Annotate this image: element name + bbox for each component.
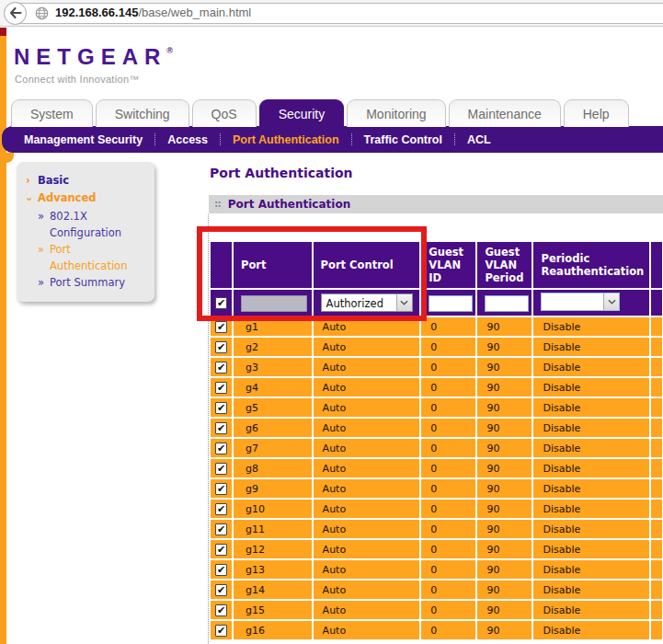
row-select-cell: ✔	[211, 560, 232, 579]
guest-vlan-id-input[interactable]	[429, 295, 473, 312]
guest-vlan-id-column-header: Guest VLAN ID	[421, 242, 475, 288]
guest-vlan-period-cell: 90	[477, 317, 532, 336]
guest-vlan-id-cell: 0	[421, 560, 475, 579]
clipped-cell	[651, 560, 662, 579]
guest-vlan-period-input[interactable]	[485, 295, 529, 312]
tab-security[interactable]: Security	[259, 99, 345, 127]
guest-vlan-period-cell: 90	[477, 459, 532, 477]
page-left-strip-curve	[6, 153, 14, 163]
guest-vlan-id-filter-cell	[421, 290, 475, 316]
periodic-reauth-select[interactable]	[541, 293, 620, 311]
row-checkbox[interactable]: ✔	[215, 321, 227, 333]
row-checkbox[interactable]: ✔	[215, 362, 227, 374]
port-column-header: Port	[234, 242, 312, 288]
row-select-cell: ✔	[211, 540, 232, 558]
guest-vlan-id-cell: 0	[421, 338, 475, 356]
port-control-select[interactable]: Authorized	[321, 293, 413, 312]
tab-system[interactable]: System	[11, 99, 93, 127]
row-checkbox[interactable]: ✔	[215, 402, 227, 414]
row-checkbox[interactable]: ✔	[215, 625, 227, 637]
subnav-port-authentication[interactable]: Port Authentication	[233, 133, 339, 146]
row-checkbox[interactable]: ✔	[215, 564, 227, 576]
guest-vlan-id-cell: 0	[421, 621, 475, 639]
row-select-cell: ✔	[211, 621, 232, 639]
port-control-cell: Auto	[314, 317, 420, 336]
port-control-cell: Auto	[314, 621, 420, 639]
port-cell: g13	[234, 560, 312, 579]
subnav-management-security[interactable]: Management Security	[24, 133, 143, 146]
sidebar-item-port-authentication[interactable]: » Port Authentication	[26, 241, 149, 274]
clipped-cell	[651, 439, 662, 457]
clipped-column-header	[651, 242, 662, 288]
periodic-reauth-cell: Disable	[533, 581, 648, 599]
clipped-cell	[651, 520, 662, 538]
periodic-reauth-cell: Disable	[533, 459, 648, 477]
row-checkbox[interactable]: ✔	[215, 523, 227, 535]
port-control-cell: Auto	[314, 500, 420, 518]
tab-help[interactable]: Help	[564, 99, 629, 127]
row-select-cell: ✔	[211, 338, 232, 356]
tab-switching[interactable]: Switching	[96, 99, 189, 127]
url-text[interactable]: 192.168.66.145/base/web_main.html	[55, 6, 251, 19]
sidebar-item-8021x-configuration[interactable]: » 802.1X Configuration	[26, 208, 149, 241]
guest-vlan-period-cell: 90	[477, 581, 532, 599]
periodic-reauth-cell: Disable	[533, 378, 648, 397]
row-select-cell: ✔	[211, 479, 232, 498]
port-cell: g15	[234, 601, 312, 619]
select-all-checkbox[interactable]: ✔	[215, 297, 227, 309]
table-row: ✔g15Auto090Disable	[211, 601, 662, 619]
port-control-cell: Auto	[314, 581, 420, 599]
port-cell: g10	[234, 500, 312, 518]
guest-vlan-period-cell: 90	[477, 439, 532, 457]
port-authentication-table: Port Port Control Guest VLAN ID Guest VL…	[209, 240, 663, 641]
bullet-chevrons-icon: »	[38, 274, 50, 291]
row-checkbox[interactable]: ✔	[215, 341, 227, 353]
page-left-strip-cap	[0, 28, 6, 36]
clipped-cell	[651, 419, 662, 437]
table-row: ✔g1Auto090Disable	[211, 317, 662, 336]
sidebar-item-port-summary[interactable]: » Port Summary	[26, 274, 149, 291]
guest-vlan-id-cell: 0	[421, 520, 475, 538]
periodic-reauth-filter-cell	[533, 290, 648, 316]
guest-vlan-id-cell: 0	[421, 479, 475, 498]
row-checkbox[interactable]: ✔	[215, 584, 227, 596]
guest-vlan-id-cell: 0	[421, 581, 475, 599]
port-control-cell: Auto	[314, 560, 420, 579]
subnav-acl[interactable]: ACL	[467, 133, 491, 146]
port-cell: g5	[234, 398, 312, 417]
row-checkbox[interactable]: ✔	[215, 503, 227, 515]
back-arrow-icon	[9, 5, 22, 22]
row-checkbox[interactable]: ✔	[215, 544, 227, 556]
row-checkbox[interactable]: ✔	[215, 463, 227, 475]
bullet-chevrons-icon: »	[38, 241, 50, 274]
clipped-cell	[651, 338, 662, 356]
bullet-chevrons-icon: »	[38, 208, 50, 241]
row-checkbox[interactable]: ✔	[215, 604, 227, 616]
guest-vlan-period-cell: 90	[477, 621, 532, 639]
periodic-reauth-cell: Disable	[533, 358, 648, 376]
tab-monitoring[interactable]: Monitoring	[347, 99, 445, 127]
row-checkbox[interactable]: ✔	[215, 443, 227, 454]
tab-maintenance[interactable]: Maintenance	[449, 99, 561, 127]
back-button[interactable]	[4, 2, 27, 25]
table-row: ✔g2Auto090Disable	[211, 338, 662, 356]
sidebar-item-basic[interactable]: › Basic	[26, 172, 149, 190]
row-checkbox[interactable]: ✔	[215, 422, 227, 434]
port-filter-input[interactable]	[241, 295, 307, 312]
row-checkbox[interactable]: ✔	[215, 382, 227, 394]
port-cell: g8	[234, 459, 312, 477]
row-checkbox[interactable]: ✔	[215, 483, 227, 495]
periodic-reauth-cell: Disable	[533, 500, 648, 518]
tab-qos[interactable]: QoS	[192, 99, 257, 127]
table-row: ✔g6Auto090Disable	[211, 419, 662, 437]
table-row: ✔g8Auto090Disable	[211, 459, 662, 477]
sidebar-item-advanced[interactable]: › Advanced	[26, 190, 149, 207]
row-select-cell: ✔	[211, 581, 232, 599]
subnav-traffic-control[interactable]: Traffic Control	[364, 133, 442, 146]
clipped-cell	[651, 540, 662, 558]
subnav-access[interactable]: Access	[167, 133, 208, 146]
port-control-cell: Auto	[314, 540, 420, 558]
url-path: /base/web_main.html	[138, 6, 251, 19]
row-select-cell: ✔	[211, 317, 232, 336]
section-header: :: Port Authentication	[209, 195, 663, 213]
